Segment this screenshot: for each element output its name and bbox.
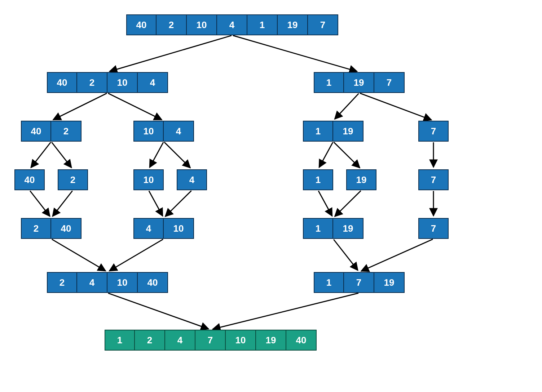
array-node-l3_rr: 7 [418, 169, 449, 190]
cell: 19 [344, 72, 374, 93]
cell: 2 [77, 72, 107, 93]
array-node-l3_lrr: 4 [177, 169, 207, 190]
cell: 4 [165, 330, 195, 351]
edge-arrow [52, 239, 106, 271]
cell: 19 [374, 272, 405, 293]
cell: 7 [418, 169, 449, 190]
array-node-m1_rr: 7 [418, 218, 449, 239]
edge-arrow [360, 93, 432, 120]
cell: 1 [303, 121, 333, 142]
cell: 10 [226, 330, 256, 351]
cell: 19 [333, 218, 363, 239]
edge-arrow [335, 191, 361, 216]
edge-arrow [318, 191, 332, 216]
array-node-m1_ll: 240 [21, 218, 81, 239]
cell: 10 [107, 272, 138, 293]
edge-arrow [30, 191, 50, 217]
cell: 40 [138, 272, 168, 293]
array-node-l2_lr: 104 [133, 121, 194, 142]
edge-arrow [334, 142, 360, 168]
array-node-m2_left: 241040 [47, 272, 168, 293]
cell: 19 [256, 330, 286, 351]
array-node-l2_ll: 402 [21, 121, 81, 142]
cell: 1 [314, 272, 344, 293]
array-node-l3_llr: 2 [58, 169, 88, 190]
edge-arrow [165, 191, 191, 216]
array-node-m2_right: 1719 [314, 272, 405, 293]
cell: 10 [187, 14, 217, 35]
cell: 7 [344, 272, 374, 293]
cell: 1 [314, 72, 344, 93]
edge-arrow [110, 36, 232, 72]
cell: 4 [133, 218, 164, 239]
cell: 40 [51, 218, 81, 239]
cell: 7 [418, 218, 449, 239]
cell: 2 [157, 14, 187, 35]
cell: 7 [195, 330, 226, 351]
edge-arrow [149, 191, 163, 216]
cell: 4 [164, 121, 194, 142]
cell: 1 [247, 14, 278, 35]
cell: 19 [333, 121, 363, 142]
edge-arrow [52, 142, 71, 168]
cell: 10 [133, 169, 164, 190]
cell: 1 [303, 169, 333, 190]
cell: 40 [47, 72, 77, 93]
cell: 1 [105, 330, 135, 351]
cell: 10 [133, 121, 164, 142]
edge-arrow [150, 142, 163, 168]
cell: 19 [278, 14, 308, 35]
cell: 2 [51, 121, 81, 142]
cell: 40 [14, 169, 45, 190]
edge-arrow [334, 240, 358, 271]
cell: 10 [164, 218, 194, 239]
cell: 10 [107, 72, 138, 93]
cell: 40 [286, 330, 317, 351]
array-node-l2_rl: 119 [303, 121, 363, 142]
array-node-root: 4021041197 [126, 14, 338, 35]
array-node-l1_right: 1197 [314, 72, 405, 93]
cell: 7 [418, 121, 449, 142]
edge-arrow [31, 142, 51, 168]
array-node-l3_rll: 1 [303, 169, 333, 190]
array-node-l3_rlr: 19 [346, 169, 376, 190]
cell: 40 [126, 14, 157, 35]
edge-arrow [233, 36, 357, 72]
array-node-l2_rr: 7 [418, 121, 449, 142]
cell: 1 [303, 218, 333, 239]
cell: 2 [21, 218, 51, 239]
edge-arrow [108, 293, 208, 329]
cell: 2 [47, 272, 77, 293]
cell: 2 [135, 330, 165, 351]
edge-arrow [319, 142, 333, 168]
cell: 4 [77, 272, 107, 293]
edge-arrow [164, 142, 190, 168]
cell: 7 [374, 72, 405, 93]
edge-arrow [108, 93, 162, 120]
array-node-m1_rl: 119 [303, 218, 363, 239]
cell: 40 [21, 121, 51, 142]
edge-arrow [213, 293, 358, 329]
array-node-m1_lr: 410 [133, 218, 194, 239]
cell: 2 [58, 169, 88, 190]
edge-arrow [361, 239, 433, 271]
array-node-final: 1247101940 [105, 330, 317, 351]
array-node-l1_left: 402104 [47, 72, 168, 93]
cell: 4 [177, 169, 207, 190]
cell: 7 [308, 14, 338, 35]
edge-arrow [109, 239, 163, 271]
array-node-l3_lll: 40 [14, 169, 45, 190]
edge-arrow [335, 93, 359, 119]
cell: 4 [138, 72, 168, 93]
merge-sort-diagram: 4021041197402104119740210411974021041197… [0, 0, 542, 392]
array-node-l3_lrl: 10 [133, 169, 164, 190]
cell: 19 [346, 169, 376, 190]
edge-arrow [53, 191, 72, 217]
edge-arrow [53, 93, 107, 120]
cell: 4 [217, 14, 247, 35]
